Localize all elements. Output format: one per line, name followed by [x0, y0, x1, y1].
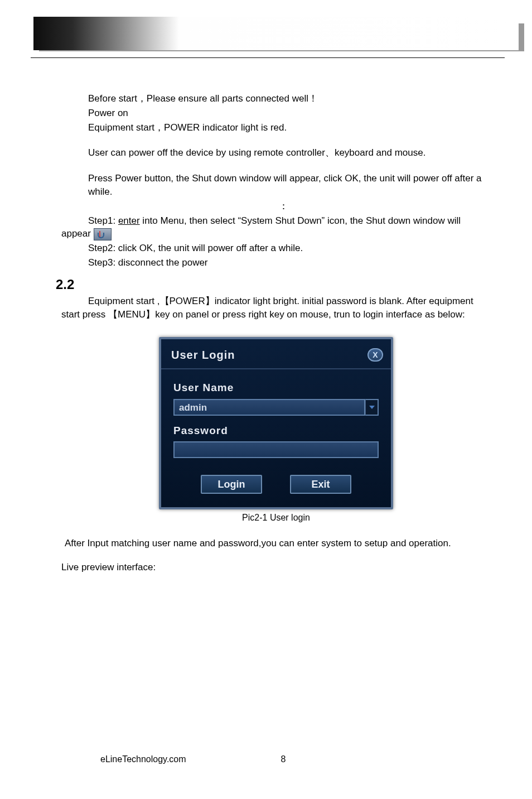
trailing-colon: ： — [279, 200, 288, 213]
text-before-start: Before start，Please ensure all parts con… — [61, 92, 491, 105]
shutdown-icon — [94, 228, 112, 240]
header-rule — [31, 57, 518, 59]
close-icon: X — [373, 350, 378, 359]
username-dropdown-button[interactable] — [365, 399, 379, 416]
figure-caption: Pic2-1 User login — [159, 512, 393, 524]
password-input[interactable] — [173, 441, 379, 458]
text-power-off-methods: User can power off the device by using r… — [61, 146, 491, 160]
login-button[interactable]: Login — [201, 475, 262, 494]
login-body: User Name admin Password Login Exit — [161, 369, 391, 507]
user-login-dialog: User Login X User Name admin Password — [159, 337, 393, 509]
text-colon-line: ： — [61, 200, 491, 213]
text-press-power-span: Press Power button, the Shut down window… — [88, 173, 482, 197]
text-equipment-start: Equipment start，POWER indicator light is… — [61, 121, 491, 134]
login-title: User Login — [171, 347, 235, 363]
chevron-down-icon — [369, 406, 375, 409]
login-button-row: Login Exit — [173, 475, 379, 494]
text-power-on: Power on — [61, 107, 491, 120]
text-login-intro: Equipment start ,【POWER】indicator light … — [61, 295, 491, 321]
close-button[interactable]: X — [367, 348, 383, 362]
username-label: User Name — [173, 381, 379, 396]
username-select[interactable]: admin — [173, 399, 365, 416]
text-step1: Step1: enter into Menu, then select “Sys… — [61, 214, 491, 241]
text-step2: Step2: click OK, the unit will power off… — [61, 242, 491, 255]
password-label: Password — [173, 423, 379, 439]
text-after-input: After Input matching user name and passw… — [61, 537, 452, 550]
text-live-preview: Live preview interface: — [61, 561, 491, 574]
text-step3: Step3: disconnect the power — [61, 256, 491, 269]
page-footer: eLineTechnology.com 8 — [100, 754, 435, 764]
step1-enter: enter — [118, 215, 140, 226]
banner-gradient — [33, 17, 519, 50]
user-login-figure: User Login X User Name admin Password — [159, 337, 393, 524]
login-titlebar: User Login X — [161, 339, 391, 369]
svg-marker-0 — [369, 406, 375, 409]
text-login-intro-span: Equipment start ,【POWER】indicator light … — [61, 296, 473, 320]
page-content: Before start，Please ensure all parts con… — [61, 92, 491, 575]
password-row — [173, 441, 379, 458]
footer-site: eLineTechnology.com — [100, 754, 186, 764]
exit-button[interactable]: Exit — [290, 475, 351, 494]
footer-page-number: 8 — [281, 754, 286, 764]
username-row: admin — [173, 399, 379, 416]
step1-prefix: Step1: — [61, 215, 118, 226]
section-number: 2.2 — [56, 275, 491, 294]
text-press-power: Press Power button, the Shut down window… — [61, 172, 491, 199]
